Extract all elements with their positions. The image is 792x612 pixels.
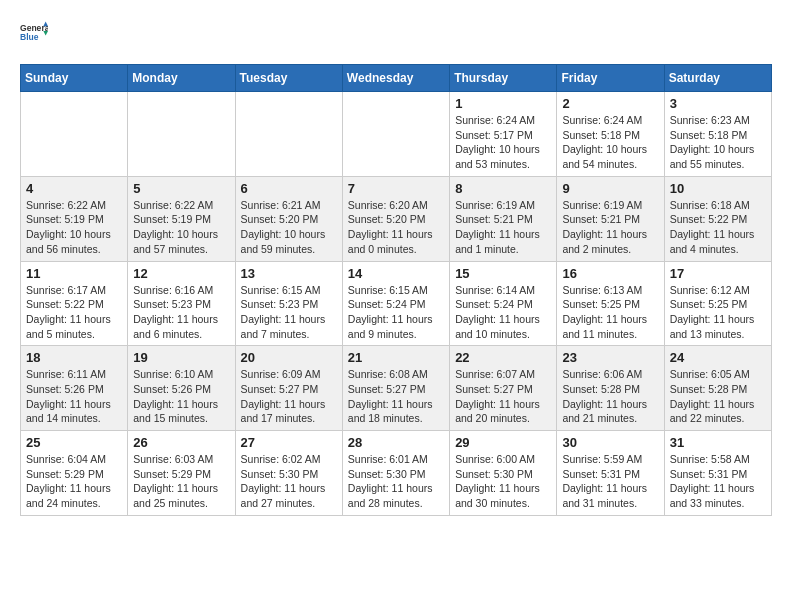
- calendar-cell: 8Sunrise: 6:19 AM Sunset: 5:21 PM Daylig…: [450, 176, 557, 261]
- calendar-cell: 31Sunrise: 5:58 AM Sunset: 5:31 PM Dayli…: [664, 431, 771, 516]
- day-info: Sunrise: 6:01 AM Sunset: 5:30 PM Dayligh…: [348, 452, 444, 511]
- calendar-cell: 7Sunrise: 6:20 AM Sunset: 5:20 PM Daylig…: [342, 176, 449, 261]
- day-number: 26: [133, 435, 229, 450]
- day-number: 15: [455, 266, 551, 281]
- calendar-cell: 4Sunrise: 6:22 AM Sunset: 5:19 PM Daylig…: [21, 176, 128, 261]
- day-number: 19: [133, 350, 229, 365]
- day-number: 31: [670, 435, 766, 450]
- day-number: 2: [562, 96, 658, 111]
- day-info: Sunrise: 6:03 AM Sunset: 5:29 PM Dayligh…: [133, 452, 229, 511]
- day-number: 1: [455, 96, 551, 111]
- day-number: 22: [455, 350, 551, 365]
- day-info: Sunrise: 6:13 AM Sunset: 5:25 PM Dayligh…: [562, 283, 658, 342]
- weekday-header-wednesday: Wednesday: [342, 65, 449, 92]
- day-info: Sunrise: 6:12 AM Sunset: 5:25 PM Dayligh…: [670, 283, 766, 342]
- day-info: Sunrise: 6:07 AM Sunset: 5:27 PM Dayligh…: [455, 367, 551, 426]
- day-number: 9: [562, 181, 658, 196]
- calendar-cell: 17Sunrise: 6:12 AM Sunset: 5:25 PM Dayli…: [664, 261, 771, 346]
- calendar-week-row: 1Sunrise: 6:24 AM Sunset: 5:17 PM Daylig…: [21, 92, 772, 177]
- day-info: Sunrise: 6:00 AM Sunset: 5:30 PM Dayligh…: [455, 452, 551, 511]
- day-info: Sunrise: 6:02 AM Sunset: 5:30 PM Dayligh…: [241, 452, 337, 511]
- weekday-header-row: SundayMondayTuesdayWednesdayThursdayFrid…: [21, 65, 772, 92]
- svg-text:Blue: Blue: [20, 32, 39, 42]
- calendar-week-row: 25Sunrise: 6:04 AM Sunset: 5:29 PM Dayli…: [21, 431, 772, 516]
- day-number: 8: [455, 181, 551, 196]
- calendar-cell: [342, 92, 449, 177]
- calendar-cell: [235, 92, 342, 177]
- day-number: 14: [348, 266, 444, 281]
- logo-icon: General Blue: [20, 20, 48, 48]
- day-info: Sunrise: 6:21 AM Sunset: 5:20 PM Dayligh…: [241, 198, 337, 257]
- weekday-header-saturday: Saturday: [664, 65, 771, 92]
- calendar-cell: 5Sunrise: 6:22 AM Sunset: 5:19 PM Daylig…: [128, 176, 235, 261]
- svg-marker-3: [43, 31, 48, 36]
- day-info: Sunrise: 6:11 AM Sunset: 5:26 PM Dayligh…: [26, 367, 122, 426]
- weekday-header-monday: Monday: [128, 65, 235, 92]
- day-number: 25: [26, 435, 122, 450]
- day-info: Sunrise: 6:19 AM Sunset: 5:21 PM Dayligh…: [455, 198, 551, 257]
- day-info: Sunrise: 5:59 AM Sunset: 5:31 PM Dayligh…: [562, 452, 658, 511]
- calendar-cell: 25Sunrise: 6:04 AM Sunset: 5:29 PM Dayli…: [21, 431, 128, 516]
- day-number: 21: [348, 350, 444, 365]
- calendar-cell: [128, 92, 235, 177]
- calendar-cell: 22Sunrise: 6:07 AM Sunset: 5:27 PM Dayli…: [450, 346, 557, 431]
- day-info: Sunrise: 6:22 AM Sunset: 5:19 PM Dayligh…: [26, 198, 122, 257]
- weekday-header-thursday: Thursday: [450, 65, 557, 92]
- day-info: Sunrise: 6:17 AM Sunset: 5:22 PM Dayligh…: [26, 283, 122, 342]
- day-info: Sunrise: 6:19 AM Sunset: 5:21 PM Dayligh…: [562, 198, 658, 257]
- calendar-cell: 21Sunrise: 6:08 AM Sunset: 5:27 PM Dayli…: [342, 346, 449, 431]
- calendar-week-row: 11Sunrise: 6:17 AM Sunset: 5:22 PM Dayli…: [21, 261, 772, 346]
- day-info: Sunrise: 6:24 AM Sunset: 5:18 PM Dayligh…: [562, 113, 658, 172]
- day-info: Sunrise: 6:15 AM Sunset: 5:24 PM Dayligh…: [348, 283, 444, 342]
- calendar-cell: 14Sunrise: 6:15 AM Sunset: 5:24 PM Dayli…: [342, 261, 449, 346]
- logo: General Blue: [20, 20, 48, 48]
- day-info: Sunrise: 6:23 AM Sunset: 5:18 PM Dayligh…: [670, 113, 766, 172]
- calendar-cell: 12Sunrise: 6:16 AM Sunset: 5:23 PM Dayli…: [128, 261, 235, 346]
- day-number: 5: [133, 181, 229, 196]
- day-number: 3: [670, 96, 766, 111]
- calendar-cell: 9Sunrise: 6:19 AM Sunset: 5:21 PM Daylig…: [557, 176, 664, 261]
- day-info: Sunrise: 6:20 AM Sunset: 5:20 PM Dayligh…: [348, 198, 444, 257]
- day-number: 16: [562, 266, 658, 281]
- day-info: Sunrise: 6:06 AM Sunset: 5:28 PM Dayligh…: [562, 367, 658, 426]
- page-header: General Blue: [20, 20, 772, 48]
- calendar-cell: 26Sunrise: 6:03 AM Sunset: 5:29 PM Dayli…: [128, 431, 235, 516]
- calendar-cell: 27Sunrise: 6:02 AM Sunset: 5:30 PM Dayli…: [235, 431, 342, 516]
- calendar-cell: 24Sunrise: 6:05 AM Sunset: 5:28 PM Dayli…: [664, 346, 771, 431]
- calendar-cell: 29Sunrise: 6:00 AM Sunset: 5:30 PM Dayli…: [450, 431, 557, 516]
- day-info: Sunrise: 6:22 AM Sunset: 5:19 PM Dayligh…: [133, 198, 229, 257]
- day-number: 12: [133, 266, 229, 281]
- day-number: 20: [241, 350, 337, 365]
- calendar-cell: 13Sunrise: 6:15 AM Sunset: 5:23 PM Dayli…: [235, 261, 342, 346]
- day-info: Sunrise: 6:04 AM Sunset: 5:29 PM Dayligh…: [26, 452, 122, 511]
- calendar-cell: 10Sunrise: 6:18 AM Sunset: 5:22 PM Dayli…: [664, 176, 771, 261]
- calendar-week-row: 18Sunrise: 6:11 AM Sunset: 5:26 PM Dayli…: [21, 346, 772, 431]
- weekday-header-friday: Friday: [557, 65, 664, 92]
- day-info: Sunrise: 6:24 AM Sunset: 5:17 PM Dayligh…: [455, 113, 551, 172]
- weekday-header-tuesday: Tuesday: [235, 65, 342, 92]
- calendar-cell: 23Sunrise: 6:06 AM Sunset: 5:28 PM Dayli…: [557, 346, 664, 431]
- calendar-cell: 18Sunrise: 6:11 AM Sunset: 5:26 PM Dayli…: [21, 346, 128, 431]
- day-number: 30: [562, 435, 658, 450]
- calendar-cell: 16Sunrise: 6:13 AM Sunset: 5:25 PM Dayli…: [557, 261, 664, 346]
- calendar-cell: 1Sunrise: 6:24 AM Sunset: 5:17 PM Daylig…: [450, 92, 557, 177]
- calendar-cell: 28Sunrise: 6:01 AM Sunset: 5:30 PM Dayli…: [342, 431, 449, 516]
- calendar-cell: 3Sunrise: 6:23 AM Sunset: 5:18 PM Daylig…: [664, 92, 771, 177]
- calendar-cell: [21, 92, 128, 177]
- day-info: Sunrise: 6:09 AM Sunset: 5:27 PM Dayligh…: [241, 367, 337, 426]
- day-number: 18: [26, 350, 122, 365]
- day-number: 11: [26, 266, 122, 281]
- day-info: Sunrise: 6:05 AM Sunset: 5:28 PM Dayligh…: [670, 367, 766, 426]
- day-number: 28: [348, 435, 444, 450]
- day-number: 24: [670, 350, 766, 365]
- calendar-cell: 6Sunrise: 6:21 AM Sunset: 5:20 PM Daylig…: [235, 176, 342, 261]
- calendar-table: SundayMondayTuesdayWednesdayThursdayFrid…: [20, 64, 772, 516]
- day-info: Sunrise: 5:58 AM Sunset: 5:31 PM Dayligh…: [670, 452, 766, 511]
- day-number: 29: [455, 435, 551, 450]
- calendar-cell: 30Sunrise: 5:59 AM Sunset: 5:31 PM Dayli…: [557, 431, 664, 516]
- calendar-cell: 11Sunrise: 6:17 AM Sunset: 5:22 PM Dayli…: [21, 261, 128, 346]
- calendar-cell: 19Sunrise: 6:10 AM Sunset: 5:26 PM Dayli…: [128, 346, 235, 431]
- day-number: 17: [670, 266, 766, 281]
- day-number: 27: [241, 435, 337, 450]
- day-number: 10: [670, 181, 766, 196]
